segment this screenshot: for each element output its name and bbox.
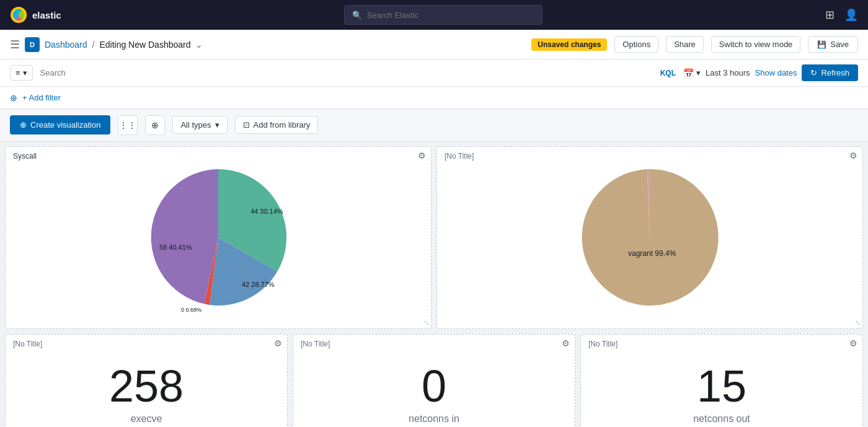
breadcrumb: ☰ D Dashboard / Editing New Dashboard ⌄ [10,37,203,52]
create-visualization-button[interactable]: ⊕ Create visualization [10,115,110,134]
panel3-title: [No Title] [6,335,287,351]
pie-label-1: 44 30.14% [250,208,283,215]
unsaved-badge: Unsaved changes [531,38,607,51]
refresh-icon: ↻ [810,68,817,77]
execve-metric: 258 execve [6,351,287,427]
panels-top-row: Syscall ⚙ 44 30.14% 58 40.41% 42 28.77% [5,146,863,329]
add-filter-button[interactable]: + Add filter [22,93,61,102]
time-controls: 📅 ▾ Last 3 hours Show dates ↻ Refresh [683,64,858,81]
menu-icon[interactable]: ☰ [10,38,20,51]
panel3-gear-icon[interactable]: ⚙ [274,338,282,348]
global-search-input[interactable] [367,11,534,20]
svg-point-4 [19,11,24,19]
options-button[interactable]: Options [614,36,658,53]
syscall-panel: Syscall ⚙ 44 30.14% 58 40.41% 42 28.77% [5,146,432,329]
syscall-pie-chart: 44 30.14% 58 40.41% 42 28.77% 0 0.68% [6,163,431,312]
pie-svg: 44 30.14% 58 40.41% 42 28.77% 0 0.68% [138,157,299,318]
filter-bar-second: ⊕ + Add filter [0,87,868,109]
dashboard-icon: D [25,37,40,52]
netconns-in-label: netconns in [409,413,459,425]
library-icon: ⊡ [243,120,250,130]
save-button[interactable]: 💾 Save [808,36,858,53]
all-types-caret-icon: ▾ [215,120,219,130]
panel1-resize-handle[interactable]: ⤡ [423,319,430,327]
svg-point-3 [13,11,19,19]
filter-type-dropdown[interactable]: ≡ ▾ [10,65,33,81]
panel2-resize-handle[interactable]: ⤡ [855,319,861,327]
time-picker-dropdown[interactable]: ▾ [696,68,701,77]
netconns-in-value: 0 [422,364,446,408]
netconns-in-panel: [No Title] ⚙ 0 netconns in ⤡ [293,334,575,427]
create-viz-icon: ⊕ [20,120,27,130]
toolbar: ⊕ Create visualization ⋮⋮ ⊕ All types ▾ … [0,109,868,141]
apps-icon[interactable]: ⊞ [825,8,835,22]
add-from-library-button[interactable]: ⊡ Add from library [235,116,319,134]
filter-dropdown-icon: ≡ [16,68,20,77]
kql-badge[interactable]: KQL [660,69,676,77]
pie-label-2: 58 40.41% [159,244,192,251]
vagrant-pie-svg: vagrant 99.4% [569,157,730,318]
controls-icon-button[interactable]: ⊕ [145,115,165,135]
panel5-title: [No Title] [581,335,862,351]
vagrant-pie-chart: vagrant 99.4% [437,163,862,312]
panels-bottom-row: [No Title] ⚙ 258 execve ⤡ [No Title] ⚙ 0… [5,334,863,427]
netconns-out-value: 15 [697,364,746,408]
switch-view-mode-button[interactable]: Switch to view mode [711,36,801,53]
time-picker[interactable]: 📅 ▾ [683,68,701,78]
save-icon: 💾 [817,40,826,49]
dashboard-header: ☰ D Dashboard / Editing New Dashboard ⌄ … [0,30,868,59]
dashboard-content: Syscall ⚙ 44 30.14% 58 40.41% 42 28.77% [0,141,868,427]
filter-dropdown-caret: ▾ [23,68,27,77]
top-nav-actions: ⊞ 👤 [825,8,858,22]
all-types-button[interactable]: All types ▾ [172,116,227,134]
execve-panel: [No Title] ⚙ 258 execve ⤡ [5,334,288,427]
panel5-gear-icon[interactable]: ⚙ [849,338,857,348]
breadcrumb-link[interactable]: Dashboard [45,40,87,50]
header-actions: Unsaved changes Options Share Switch to … [531,36,858,53]
breadcrumb-current: Editing New Dashboard [99,40,190,50]
panel4-title: [No Title] [293,335,575,351]
brand-name: elastic [32,10,61,20]
pie-label-4: 0 0.68% [181,307,202,313]
breadcrumb-separator: / [92,40,95,50]
vagrant-segment-main [582,169,719,306]
layout-icon-button[interactable]: ⋮⋮ [118,115,138,135]
pie-segment-purple [151,169,218,304]
share-button[interactable]: Share [666,36,704,53]
grid-icon: ⋮⋮ [119,120,136,130]
refresh-button[interactable]: ↻ Refresh [802,64,858,81]
show-dates-button[interactable]: Show dates [755,68,797,77]
panel1-gear-icon[interactable]: ⚙ [418,151,426,161]
search-input[interactable] [40,68,653,77]
time-label: Last 3 hours [706,68,750,77]
global-search[interactable]: 🔍 [344,5,542,25]
panel4-gear-icon[interactable]: ⚙ [562,338,570,348]
panel2-gear-icon[interactable]: ⚙ [849,151,857,161]
filter-bar: ≡ ▾ KQL 📅 ▾ Last 3 hours Show dates ↻ Re… [0,59,868,87]
netconns-in-metric: 0 netconns in [293,351,575,427]
netconns-out-label: netconns out [693,413,750,425]
vagrant-label: vagrant 99.4% [628,249,676,258]
pie-label-3: 42 28.77% [242,281,275,288]
filter-icon: ⊕ [10,93,17,103]
notitle-panel-1: [No Title] ⚙ vagrant 99.4% ⤡ [436,146,863,329]
search-icon: 🔍 [352,11,362,20]
elastic-logo[interactable]: elastic [10,6,61,24]
netconns-out-metric: 15 netconns out [581,351,862,427]
controls-icon: ⊕ [151,120,159,130]
netconns-out-panel: [No Title] ⚙ 15 netconns out ⤡ [580,334,863,427]
top-navigation: elastic 🔍 ⊞ 👤 [0,0,868,30]
execve-label: execve [131,413,162,425]
execve-value: 258 [109,364,184,408]
breadcrumb-caret-icon[interactable]: ⌄ [195,40,203,50]
calendar-icon: 📅 [683,68,694,78]
user-icon[interactable]: 👤 [844,8,858,22]
